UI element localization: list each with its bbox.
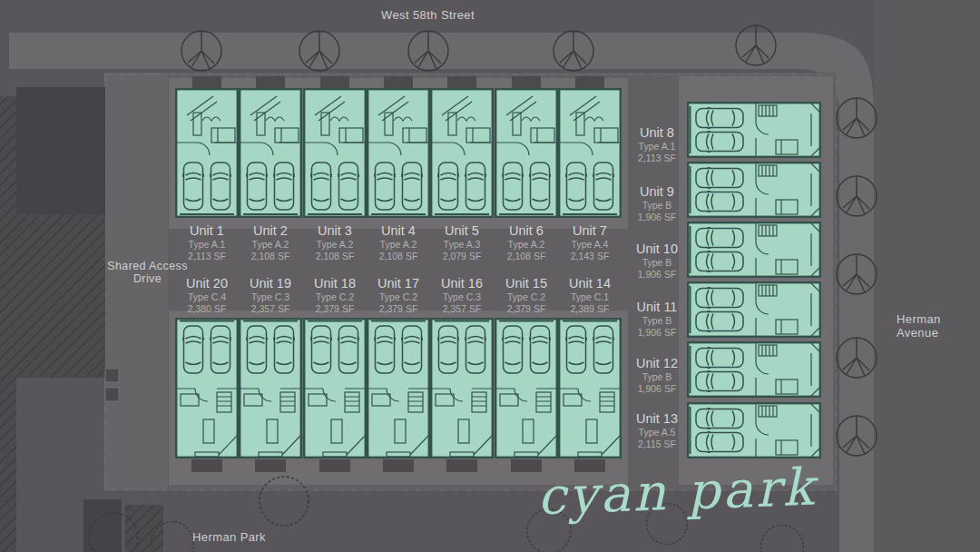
unit-floorplan [368, 89, 429, 217]
unit-floorplan [688, 342, 820, 397]
unit-label-12: Unit 12 Type B 1,906 SF [624, 356, 690, 395]
north-row-floorplans [176, 89, 621, 217]
street-label-west-58th: West 58th Street [381, 8, 475, 22]
unit-label-17: Unit 17 Type C.2 2,379 SF [362, 276, 435, 315]
site-utility-pad [105, 388, 119, 401]
unit-floorplan [688, 163, 820, 217]
unit-label-10: Unit 10 Type B 1,906 SF [624, 242, 690, 281]
unit-label-15: Unit 15 Type C.2 2,379 SF [490, 276, 563, 315]
unit-floorplan [304, 89, 366, 217]
unit-floorplan [495, 319, 557, 458]
unit-label-9: Unit 9 Type B 1,906 SF [624, 184, 690, 223]
adjacent-building-hatch [0, 96, 16, 552]
unit-floorplan [559, 319, 621, 458]
offsite-background [874, 0, 980, 552]
unit-label-16: Unit 16 Type C.3 2,357 SF [426, 276, 498, 315]
unit-label-8: Unit 8 Type A.1 2,113 SF [624, 125, 690, 164]
unit-floorplan [688, 222, 820, 277]
park-tree-icon [761, 526, 804, 552]
unit-label-1: Unit 1 Type A.1 2,113 SF [171, 223, 243, 262]
unit-label-13: Unit 13 Type A.5 2,115 SF [624, 411, 690, 450]
unit-label-3: Unit 3 Type A.2 2,108 SF [299, 223, 371, 262]
unit-floorplan [304, 319, 366, 458]
unit-floorplan [559, 89, 621, 217]
unit-label-19: Unit 19 Type C.3 2,357 SF [234, 276, 307, 315]
adjacent-building [16, 87, 105, 214]
unit-label-7: Unit 7 Type A.4 2,143 SF [554, 223, 626, 262]
unit-label-2: Unit 2 Type A.2 2,108 SF [234, 223, 307, 262]
unit-floorplan [688, 103, 820, 157]
unit-floorplan [368, 319, 429, 458]
unit-floorplan [240, 319, 301, 458]
unit-floorplan [431, 89, 493, 217]
site-plan: West 58th Street Shared Access Drive Her… [0, 0, 980, 552]
logo-cyan-park: cyan park [536, 456, 865, 527]
unit-floorplan [240, 89, 301, 217]
park-label-herman-park: Herman Park [192, 530, 266, 544]
unit-label-6: Unit 6 Type A.2 2,108 SF [490, 223, 563, 262]
site-utility-pad [105, 369, 119, 382]
unit-label-4: Unit 4 Type A.2 2,108 SF [362, 223, 435, 262]
unit-label-5: Unit 5 Type A.3 2,079 SF [426, 223, 498, 262]
unit-floorplan [688, 403, 820, 458]
unit-floorplan [176, 319, 238, 458]
unit-floorplan [176, 89, 238, 217]
unit-label-20: Unit 20 Type C.4 2,380 SF [171, 276, 243, 315]
unit-label-14: Unit 14 Type C.1 2,389 SF [554, 276, 626, 315]
south-row-floorplans [176, 319, 621, 458]
unit-label-18: Unit 18 Type C.2 2,379 SF [299, 276, 371, 315]
unit-floorplan [431, 319, 493, 458]
street-label-herman-avenue: Herman Avenue [897, 312, 980, 340]
unit-floorplan [495, 89, 557, 217]
unit-label-11: Unit 11 Type B 1,906 SF [624, 300, 690, 339]
unit-floorplan [688, 282, 820, 337]
adjacent-building-hatch [16, 214, 105, 378]
